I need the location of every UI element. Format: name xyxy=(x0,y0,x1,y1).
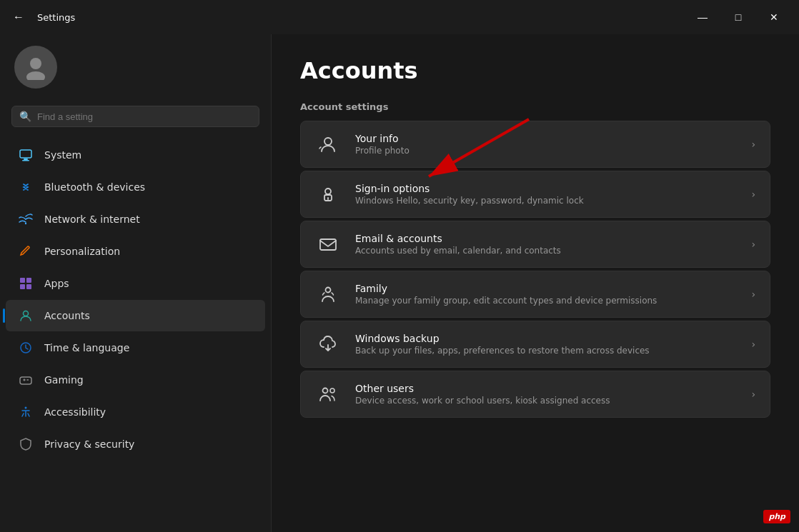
email-subtitle: Accounts used by email, calendar, and co… xyxy=(355,246,737,256)
sidebar-item-label-accessibility: Accessibility xyxy=(44,406,106,418)
search-container: 🔍 xyxy=(0,100,271,136)
main-content: Accounts Account settings Your info Prof… xyxy=(272,34,799,532)
user-avatar-section xyxy=(0,34,271,100)
maximize-button[interactable]: □ xyxy=(722,6,755,29)
backup-subtitle: Back up your files, apps, preferences to… xyxy=(355,346,737,356)
time-icon xyxy=(17,339,34,356)
svg-point-19 xyxy=(323,388,328,393)
svg-point-5 xyxy=(25,223,26,224)
search-icon: 🔍 xyxy=(19,111,31,122)
apps-icon xyxy=(17,275,34,292)
svg-point-14 xyxy=(324,138,332,145)
email-chevron: › xyxy=(751,239,755,250)
settings-list: Your info Profile photo › Sign-in option… xyxy=(300,121,770,418)
your-info-title: Your info xyxy=(355,133,737,144)
svg-rect-2 xyxy=(20,150,31,158)
backup-text: Windows backup Back up your files, apps,… xyxy=(355,333,737,356)
sidebar-item-label-network: Network & internet xyxy=(44,214,140,225)
other-users-chevron: › xyxy=(751,388,755,400)
sidebar-item-bluetooth[interactable]: Bluetooth & devices xyxy=(6,171,265,203)
sidebar-item-gaming[interactable]: Gaming xyxy=(6,364,265,396)
settings-item-email[interactable]: Email & accounts Accounts used by email,… xyxy=(300,221,770,268)
backup-chevron: › xyxy=(751,338,755,350)
sidebar-item-label-system: System xyxy=(44,149,81,161)
settings-item-sign-in[interactable]: Sign-in options Windows Hello, security … xyxy=(300,171,770,218)
settings-item-family[interactable]: Family Manage your family group, edit ac… xyxy=(300,271,770,318)
settings-item-other-users[interactable]: Other users Device access, work or schoo… xyxy=(300,371,770,418)
sidebar-item-personalization[interactable]: Personalization xyxy=(6,236,265,267)
other-users-subtitle: Device access, work or school users, kio… xyxy=(355,396,737,406)
svg-point-18 xyxy=(326,288,331,293)
family-text: Family Manage your family group, edit ac… xyxy=(355,283,737,306)
svg-rect-8 xyxy=(20,284,25,289)
sidebar-item-network[interactable]: Network & internet xyxy=(6,204,265,235)
sidebar-item-label-accounts: Accounts xyxy=(44,310,90,321)
search-box: 🔍 xyxy=(11,106,259,127)
sign-in-chevron: › xyxy=(751,189,755,200)
sidebar-item-label-personalization: Personalization xyxy=(44,246,120,257)
sidebar-item-label-time: Time & language xyxy=(44,342,129,353)
accessibility-icon xyxy=(17,403,34,421)
svg-point-15 xyxy=(325,189,331,194)
svg-rect-12 xyxy=(20,377,31,384)
privacy-icon xyxy=(17,436,34,453)
family-icon xyxy=(315,281,341,307)
accounts-icon xyxy=(17,307,34,324)
sidebar-item-accounts[interactable]: Accounts xyxy=(6,300,265,331)
svg-rect-3 xyxy=(24,159,28,160)
back-button[interactable]: ← xyxy=(9,7,29,27)
backup-title: Windows backup xyxy=(355,333,737,344)
svg-point-0 xyxy=(30,58,41,69)
section-title: Account settings xyxy=(300,101,770,112)
system-icon xyxy=(17,146,34,164)
sidebar-item-label-bluetooth: Bluetooth & devices xyxy=(44,181,145,193)
settings-item-your-info[interactable]: Your info Profile photo › xyxy=(300,121,770,168)
sidebar-item-apps[interactable]: Apps xyxy=(6,268,265,299)
family-subtitle: Manage your family group, edit account t… xyxy=(355,296,737,306)
page-title: Accounts xyxy=(300,57,770,84)
sidebar-item-system[interactable]: System xyxy=(6,139,265,171)
backup-icon xyxy=(315,331,341,357)
nav-list: System Bluetooth & devices xyxy=(0,136,271,532)
search-input[interactable] xyxy=(37,111,252,122)
svg-point-10 xyxy=(24,311,29,316)
main-layout: 🔍 System xyxy=(0,34,799,532)
svg-rect-4 xyxy=(22,160,29,161)
bluetooth-icon xyxy=(17,179,34,196)
email-icon xyxy=(315,231,341,257)
sign-in-text: Sign-in options Windows Hello, security … xyxy=(355,183,737,206)
email-title: Email & accounts xyxy=(355,233,737,244)
your-info-icon xyxy=(315,131,341,157)
sidebar: 🔍 System xyxy=(0,34,272,532)
window-controls: — □ ✕ xyxy=(686,6,790,29)
close-button[interactable]: ✕ xyxy=(758,6,790,29)
sidebar-item-time[interactable]: Time & language xyxy=(6,332,265,363)
settings-item-backup[interactable]: Windows backup Back up your files, apps,… xyxy=(300,321,770,368)
family-title: Family xyxy=(355,283,737,294)
svg-rect-17 xyxy=(320,239,336,250)
personalization-icon xyxy=(17,243,34,260)
your-info-chevron: › xyxy=(751,139,755,150)
sign-in-subtitle: Windows Hello, security key, password, d… xyxy=(355,196,737,206)
title-bar-left: ← Settings xyxy=(9,7,75,27)
other-users-text: Other users Device access, work or schoo… xyxy=(355,383,737,406)
php-badge: php xyxy=(763,510,790,523)
network-icon xyxy=(17,211,34,228)
other-users-title: Other users xyxy=(355,383,737,394)
sign-in-icon xyxy=(315,181,341,207)
your-info-subtitle: Profile photo xyxy=(355,146,737,156)
sidebar-item-privacy[interactable]: Privacy & security xyxy=(6,428,265,460)
svg-rect-7 xyxy=(26,278,31,283)
sidebar-item-label-gaming: Gaming xyxy=(44,374,84,386)
app-title: Settings xyxy=(37,12,75,23)
minimize-button[interactable]: — xyxy=(686,6,719,29)
svg-point-20 xyxy=(330,388,334,393)
title-bar: ← Settings — □ ✕ xyxy=(0,0,799,34)
sidebar-item-label-apps: Apps xyxy=(44,278,69,289)
sidebar-item-label-privacy: Privacy & security xyxy=(44,438,134,450)
your-info-text: Your info Profile photo xyxy=(355,133,737,156)
gaming-icon xyxy=(17,371,34,388)
sidebar-item-accessibility[interactable]: Accessibility xyxy=(6,396,265,428)
svg-rect-6 xyxy=(20,278,25,283)
svg-rect-9 xyxy=(26,284,31,289)
